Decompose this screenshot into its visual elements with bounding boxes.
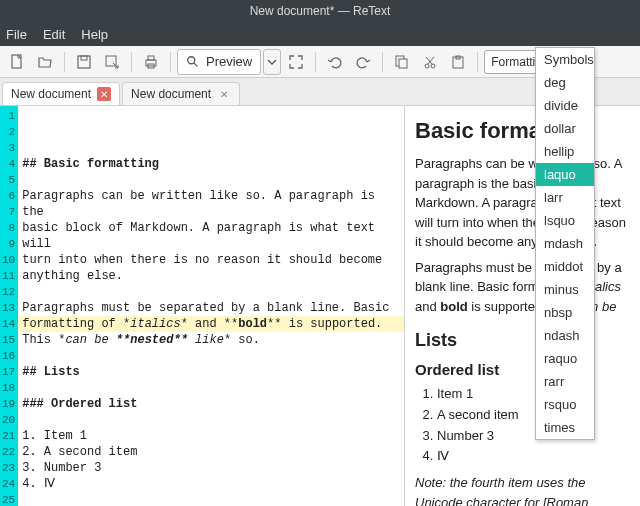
symbol-item-dollar[interactable]: dollar xyxy=(536,117,594,140)
copy-icon xyxy=(395,55,409,69)
open-button[interactable] xyxy=(32,49,58,75)
preview-paragraph: Paragraphs must be separated by a blank … xyxy=(415,258,630,317)
preview-button[interactable]: Preview xyxy=(177,49,261,75)
copy-button[interactable] xyxy=(389,49,415,75)
close-icon[interactable]: ✕ xyxy=(217,87,231,101)
preview-dropdown[interactable] xyxy=(263,49,281,75)
preview-paragraph: Paragraphs can be written like so. A par… xyxy=(415,154,630,252)
save-as-icon xyxy=(104,54,120,70)
undo-icon xyxy=(327,55,343,69)
line-gutter: 1 2 3 4 5 6 7 8 9 10 11 12 13 14 15 16 1… xyxy=(0,106,18,506)
toolbar-separator xyxy=(315,52,316,72)
preview-pane: Basic formatting Paragraphs can be writt… xyxy=(405,106,640,506)
svg-point-12 xyxy=(431,64,435,68)
window-title: New document* — ReText xyxy=(250,4,391,18)
preview-h4: Ordered list xyxy=(415,361,630,378)
symbol-item-ndash[interactable]: ndash xyxy=(536,324,594,347)
toolbar-separator xyxy=(64,52,65,72)
chevron-down-icon xyxy=(267,59,277,65)
symbol-item-lsquo[interactable]: lsquo xyxy=(536,209,594,232)
preview-h3: Lists xyxy=(415,330,630,351)
svg-point-7 xyxy=(188,56,195,63)
svg-line-8 xyxy=(194,62,198,66)
symbol-item-minus[interactable]: minus xyxy=(536,278,594,301)
cut-button[interactable] xyxy=(417,49,443,75)
symbol-item-divide[interactable]: divide xyxy=(536,94,594,117)
redo-icon xyxy=(355,55,371,69)
symbols-header: Symbols xyxy=(536,48,594,71)
toolbar-separator xyxy=(131,52,132,72)
preview-note: Note: the fourth item uses the Unicode c… xyxy=(415,473,630,506)
list-item: Number 3 xyxy=(437,426,630,447)
file-icon xyxy=(9,54,25,70)
folder-open-icon xyxy=(37,54,53,70)
menubar: File Edit Help xyxy=(0,22,640,46)
list-item: Ⅳ xyxy=(437,446,630,467)
undo-button[interactable] xyxy=(322,49,348,75)
new-document-button[interactable] xyxy=(4,49,30,75)
document-tab-2[interactable]: New document ✕ xyxy=(122,82,240,105)
list-item: A second item xyxy=(437,405,630,426)
symbol-item-nbsp[interactable]: nbsp xyxy=(536,301,594,324)
list-item: Item 1 xyxy=(437,384,630,405)
cut-icon xyxy=(423,55,437,69)
fullscreen-button[interactable] xyxy=(283,49,309,75)
symbol-item-deg[interactable]: deg xyxy=(536,71,594,94)
svg-rect-1 xyxy=(78,56,90,68)
symbol-item-hellip[interactable]: hellip xyxy=(536,140,594,163)
toolbar-separator xyxy=(382,52,383,72)
preview-ordered-list: Item 1A second itemNumber 3Ⅳ xyxy=(437,384,630,467)
menu-file[interactable]: File xyxy=(6,27,27,42)
toolbar-separator xyxy=(477,52,478,72)
svg-rect-10 xyxy=(399,59,407,68)
print-icon xyxy=(143,54,159,70)
symbol-item-rarr[interactable]: rarr xyxy=(536,370,594,393)
search-icon xyxy=(186,55,200,69)
print-button[interactable] xyxy=(138,49,164,75)
symbol-item-middot[interactable]: middot xyxy=(536,255,594,278)
symbols-dropdown-menu: Symbolsdegdividedollarhelliplaquolarrlsq… xyxy=(535,47,595,440)
editor-pane[interactable]: 1 2 3 4 5 6 7 8 9 10 11 12 13 14 15 16 1… xyxy=(0,106,405,506)
symbol-item-laquo[interactable]: laquo xyxy=(536,163,594,186)
toolbar-separator xyxy=(170,52,171,72)
save-button[interactable] xyxy=(71,49,97,75)
svg-rect-5 xyxy=(148,56,154,60)
symbol-item-rsquo[interactable]: rsquo xyxy=(536,393,594,416)
tab-label: New document xyxy=(131,87,211,101)
save-as-button[interactable] xyxy=(99,49,125,75)
svg-point-11 xyxy=(425,64,429,68)
expand-icon xyxy=(289,55,303,69)
code-area[interactable]: ## Basic formatting Paragraphs can be wr… xyxy=(18,106,404,506)
preview-label: Preview xyxy=(206,54,252,69)
window-titlebar: New document* — ReText xyxy=(0,0,640,22)
paste-icon xyxy=(451,55,465,69)
symbol-item-times[interactable]: times xyxy=(536,416,594,439)
symbol-item-mdash[interactable]: mdash xyxy=(536,232,594,255)
save-icon xyxy=(76,54,92,70)
paste-button[interactable] xyxy=(445,49,471,75)
symbol-item-raquo[interactable]: raquo xyxy=(536,347,594,370)
preview-h2: Basic formatting xyxy=(415,118,630,144)
document-tab-1[interactable]: New document ✕ xyxy=(2,82,120,105)
symbol-item-larr[interactable]: larr xyxy=(536,186,594,209)
menu-help[interactable]: Help xyxy=(81,27,108,42)
menu-edit[interactable]: Edit xyxy=(43,27,65,42)
redo-button[interactable] xyxy=(350,49,376,75)
tab-label: New document xyxy=(11,87,91,101)
close-icon[interactable]: ✕ xyxy=(97,87,111,101)
